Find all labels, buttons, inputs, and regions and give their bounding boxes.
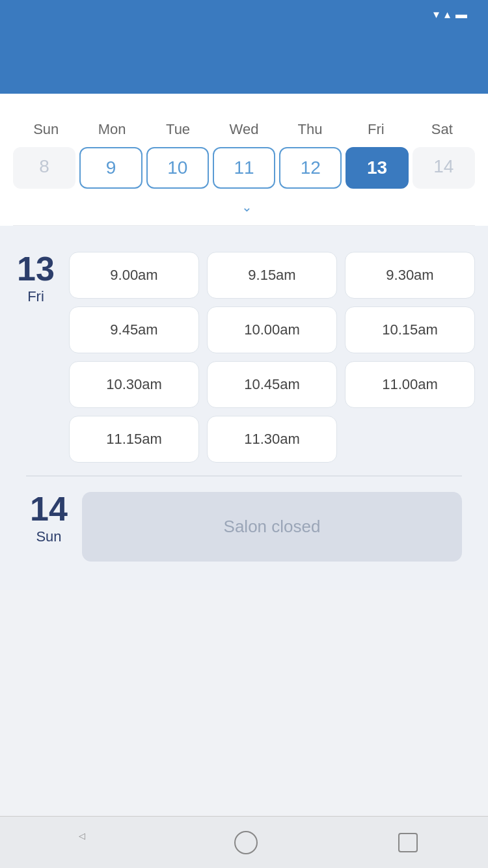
day-label-13: 13Fri	[13, 252, 59, 305]
weekday-cell: Tue	[145, 117, 211, 142]
calendar-section: SunMonTueWedThuFriSat 891011121314 ⌄	[0, 94, 488, 226]
wifi-icon: ▾	[433, 7, 439, 21]
nav-recents-button[interactable]	[398, 833, 418, 852]
slots-grid: 9.00am9.15am9.30am9.45am10.00am10.15am10…	[69, 252, 475, 463]
time-slot-1045am[interactable]: 10.45am	[207, 361, 337, 408]
weekday-cell: Mon	[79, 117, 144, 142]
weekday-cell: Sun	[13, 117, 79, 142]
time-slot-915am[interactable]: 9.15am	[207, 252, 337, 299]
salon-closed-banner: Salon closed	[82, 492, 462, 562]
time-slot-900am[interactable]: 9.00am	[69, 252, 199, 299]
day-name: Fri	[27, 288, 44, 305]
time-slot-945am[interactable]: 9.45am	[69, 306, 199, 353]
weekday-cell: Fri	[343, 117, 409, 142]
timeslot-section: 13Fri9.00am9.15am9.30am9.45am10.00am10.1…	[0, 226, 488, 590]
time-slot-930am[interactable]: 9.30am	[345, 252, 475, 299]
day-block-13: 13Fri9.00am9.15am9.30am9.45am10.00am10.1…	[13, 239, 475, 476]
status-icons: ▾ ▴ ▬	[433, 7, 472, 21]
day-number: 13	[17, 252, 55, 286]
time-slot-1115am[interactable]: 11.15am	[69, 416, 199, 463]
bottom-nav: ◁	[0, 816, 488, 868]
nav-back-icon: ◁	[70, 831, 94, 854]
nav-back-button[interactable]: ◁	[70, 831, 94, 854]
closed-day-block: 14SunSalon closed	[13, 476, 475, 577]
status-bar: ▾ ▴ ▬	[0, 0, 488, 29]
nav-home-button[interactable]	[234, 831, 258, 854]
time-slot-1015am[interactable]: 10.15am	[345, 306, 475, 353]
time-slot-1000am[interactable]: 10.00am	[207, 306, 337, 353]
signal-icon: ▴	[444, 7, 450, 21]
date-cell-8: 8	[13, 147, 75, 189]
nav-home-icon	[234, 831, 258, 854]
date-cell-9[interactable]: 9	[79, 147, 142, 189]
nav-recents-icon	[398, 833, 418, 852]
battery-icon: ▬	[455, 8, 467, 21]
chevron-down-icon: ⌄	[241, 199, 252, 215]
closed-day-name: Sun	[36, 528, 61, 545]
date-cell-14: 14	[413, 147, 475, 189]
weekday-row: SunMonTueWedThuFriSat	[13, 117, 475, 142]
weekday-cell: Sat	[409, 117, 475, 142]
month-view-toggle[interactable]: ⌄	[13, 189, 475, 226]
time-slot-1100am[interactable]: 11.00am	[345, 361, 475, 408]
time-slot-1030am[interactable]: 10.30am	[69, 361, 199, 408]
date-row: 891011121314	[13, 147, 475, 189]
closed-day-number: 14	[30, 492, 68, 526]
time-slot-1130am[interactable]: 11.30am	[207, 416, 337, 463]
weekday-cell: Wed	[211, 117, 277, 142]
app-header	[0, 29, 488, 94]
closed-day-label: 14Sun	[26, 492, 72, 545]
weekday-cell: Thu	[277, 117, 343, 142]
date-cell-12[interactable]: 12	[279, 147, 342, 189]
date-cell-10[interactable]: 10	[146, 147, 209, 189]
date-cell-13[interactable]: 13	[346, 147, 408, 189]
date-cell-11[interactable]: 11	[213, 147, 275, 189]
